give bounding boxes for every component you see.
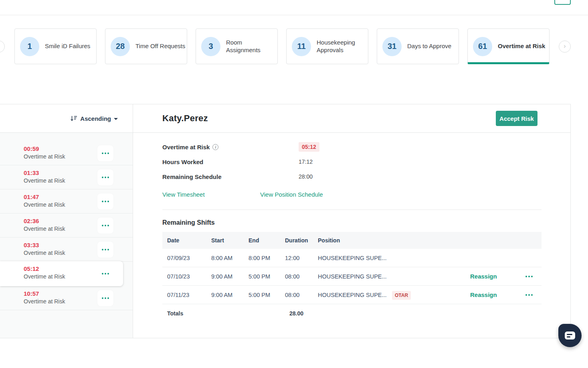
cell-position: HOUSEKEEPING SUPE... [318,292,392,298]
cell-duration: 08:00 [285,292,318,298]
kpi-card-label: Overtime at Risk [498,43,549,50]
reassign-link[interactable]: Reassign [470,273,525,280]
stat-label: Remaining Schedule [162,173,299,180]
totals-label: Totals [167,310,285,317]
item-menu-button[interactable] [97,169,113,185]
cell-date: 07/11/23 [167,292,211,298]
kpi-count-badge: 61 [473,37,492,56]
risk-time: 00:59 [24,145,133,152]
risk-time: 01:47 [24,193,133,200]
kpi-card-smile-id-failures[interactable]: 1 Smile iD Failures [14,28,97,64]
sort-dropdown[interactable]: Ascending [71,115,118,122]
toolbar-partial-button[interactable] [554,0,571,5]
risk-time: 01:33 [24,169,133,176]
risk-list-item-selected[interactable]: 05:12 Overtime at Risk [0,261,123,286]
employee-name: Katy.Perez [162,113,208,124]
col-header-position: Position [318,237,470,244]
stat-value: 28:00 [299,173,570,180]
info-icon[interactable]: i [212,144,218,150]
detail-header: Katy.Perez Accept Risk [133,104,570,133]
detail-body: Overtime at Risk i 05:12 Hours Worked 17… [133,133,570,338]
view-position-schedule-link[interactable]: View Position Schedule [260,191,323,198]
kpi-card-label: Housekeeping Approvals [317,39,368,54]
remaining-shifts-table: Date Start End Duration Position 07/09/2… [162,232,542,323]
totals-value: 28.00 [285,310,318,317]
kpi-count-badge: 11 [292,37,311,56]
cards-next-button[interactable]: › [559,41,571,53]
cell-duration: 08:00 [285,273,318,280]
stat-row-overtime-at-risk: Overtime at Risk i 05:12 [162,142,570,152]
cell-end: 8:00 PM [249,255,285,261]
caret-down-icon [114,118,118,120]
chevron-right-icon: › [564,43,566,50]
stat-row-hours-worked: Hours Worked 17:12 [162,157,570,167]
table-row: 07/10/23 9:00 AM 5:00 PM 08:00 HOUSEKEEP… [162,267,542,286]
cell-end: 5:00 PM [249,273,285,280]
risk-list-item[interactable]: 02:36 Overtime at Risk [0,213,133,238]
risk-list: 00:59 Overtime at Risk 01:33 Overtime at… [0,133,133,338]
reassign-link[interactable]: Reassign [470,291,525,298]
table-header-row: Date Start End Duration Position [162,232,542,249]
kpi-card-label: Time Off Requests [135,43,187,50]
cell-duration: 12:00 [285,255,318,261]
stat-row-remaining-schedule: Remaining Schedule 28:00 [162,172,570,181]
kpi-card-housekeeping-approvals[interactable]: 11 Housekeeping Approvals [286,28,368,64]
chat-widget-button[interactable] [558,324,582,347]
kpi-card-time-off-requests[interactable]: 28 Time Off Requests [105,28,187,64]
risk-list-item[interactable]: 03:33 Overtime at Risk [0,238,133,262]
links-row: View Timesheet View Position Schedule [133,191,570,199]
sort-amount-icon [71,115,77,122]
risk-sublabel: Overtime at Risk [24,153,133,160]
risk-sublabel: Overtime at Risk [24,226,133,232]
employee-detail-panel: Katy.Perez Accept Risk Overtime at Risk … [133,104,570,338]
stats-block: Overtime at Risk i 05:12 Hours Worked 17… [133,142,570,181]
row-menu-button[interactable] [525,294,533,296]
col-header-duration: Duration [285,237,318,244]
col-header-end: End [249,237,285,244]
kpi-card-days-to-approve[interactable]: 31 Days to Approve [377,28,459,64]
table-row: 07/11/23 9:00 AM 5:00 PM 08:00 HOUSEKEEP… [162,286,542,304]
item-menu-button[interactable] [97,218,113,234]
col-header-start: Start [211,237,249,244]
sidebar-header: Ascending [0,104,133,133]
risk-list-item[interactable]: 01:47 Overtime at Risk [0,189,133,213]
row-menu-button[interactable] [525,276,533,277]
stat-label: Hours Worked [162,159,299,165]
kpi-cards-row: 1 Smile iD Failures 28 Time Off Requests… [0,28,588,65]
stat-label: Overtime at Risk i [162,144,299,150]
cell-start: 9:00 AM [211,292,249,298]
cell-start: 8:00 AM [211,255,249,261]
kpi-count-badge: 28 [111,37,130,56]
stat-value: 17:12 [299,159,570,165]
risk-list-item[interactable]: 01:33 Overtime at Risk [0,165,133,189]
chat-bubble-icon [565,331,575,340]
item-menu-button[interactable] [97,145,113,161]
kpi-card-overtime-at-risk[interactable]: 61 Overtime at Risk [467,28,550,64]
overtime-at-risk-panel: Ascending 00:59 Overtime at Risk 01:33 O… [0,104,571,338]
kpi-card-room-assignments[interactable]: 3 Room Assignments [196,28,278,64]
sort-label: Ascending [80,115,111,122]
top-divider [0,15,588,15]
kpi-card-label: Smile iD Failures [45,43,96,50]
cards-prev-button[interactable] [0,41,5,53]
risk-list-item[interactable]: 10:57 Overtime at Risk [0,286,133,310]
item-menu-button[interactable] [97,290,113,306]
kpi-card-label: Days to Approve [407,43,459,50]
view-timesheet-link[interactable]: View Timesheet [162,191,205,198]
remaining-shifts-title: Remaining Shifts [162,219,570,226]
risk-time: 10:57 [24,290,133,297]
item-menu-button[interactable] [97,242,113,258]
risk-sublabel: Overtime at Risk [24,298,133,305]
item-menu-button[interactable] [97,266,113,282]
table-row: 07/09/23 8:00 AM 8:00 PM 12:00 HOUSEKEEP… [162,249,542,267]
risk-time: 02:36 [24,218,133,224]
kpi-card-label: Room Assignments [226,39,277,54]
risk-sublabel: Overtime at Risk [24,201,133,208]
item-menu-button[interactable] [97,193,113,209]
kpi-count-badge: 31 [382,37,402,56]
kpi-count-badge: 1 [20,37,39,56]
selected-card-underline [468,62,549,64]
risk-list-item[interactable]: 00:59 Overtime at Risk [0,141,133,165]
risk-time: 03:33 [24,242,133,248]
accept-risk-button[interactable]: Accept Risk [496,111,537,126]
